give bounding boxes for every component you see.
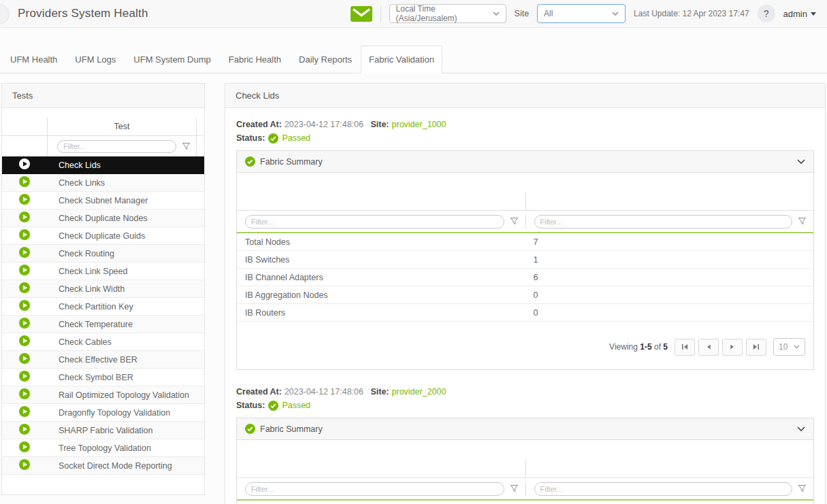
test-row-check-duplicate-guids[interactable]: Check Duplicate Guids xyxy=(2,227,204,245)
play-icon[interactable] xyxy=(19,318,30,331)
test-label: Tree Topology Validation xyxy=(47,443,151,453)
site-link[interactable]: provider_2000 xyxy=(392,387,447,397)
play-icon[interactable] xyxy=(19,335,30,348)
summary-filter-row xyxy=(237,478,813,499)
test-row-check-link-width[interactable]: Check Link Width xyxy=(2,280,204,298)
test-row-check-cables[interactable]: Check Cables xyxy=(2,333,204,351)
test-row-dragonfly-topology-validation[interactable]: Dragonfly Topology Validation xyxy=(2,404,204,422)
filter-funnel-icon[interactable] xyxy=(798,484,807,493)
summary-name-filter-input[interactable] xyxy=(245,215,504,229)
row-value: 0 xyxy=(525,308,538,318)
play-icon[interactable] xyxy=(19,194,30,207)
play-icon[interactable] xyxy=(19,158,30,171)
user-menu[interactable]: admin xyxy=(783,9,816,19)
test-label: Check Partition Key xyxy=(47,302,133,312)
play-icon[interactable] xyxy=(19,265,30,278)
summary-name-filter-input[interactable] xyxy=(245,482,504,496)
test-column-header[interactable]: Test xyxy=(47,118,197,135)
test-label: Check Link Speed xyxy=(47,267,127,276)
status-line: Status: Passed xyxy=(236,399,814,412)
chevron-down-icon[interactable] xyxy=(797,159,805,165)
summary-table-header xyxy=(237,173,813,211)
results-panel-title: Check Lids xyxy=(225,84,825,108)
play-icon[interactable] xyxy=(19,388,30,401)
site-link[interactable]: provider_1000 xyxy=(392,120,447,129)
summary-filter-row xyxy=(237,211,813,232)
tests-filter-row xyxy=(2,136,204,156)
tab-ufm-health[interactable]: UFM Health xyxy=(1,46,66,73)
test-label: Check Subnet Manager xyxy=(47,196,148,205)
tests-filter-input[interactable] xyxy=(57,140,176,153)
tab-ufm-logs[interactable]: UFM Logs xyxy=(66,46,125,73)
test-label: Socket Direct Mode Reporting xyxy=(47,461,172,471)
fabric-summary-accordion: Fabric Summary xyxy=(236,150,814,370)
fabric-summary-accordion-header[interactable]: Fabric Summary xyxy=(237,418,813,440)
envelope-icon[interactable] xyxy=(351,6,372,22)
summary-value-filter-input[interactable] xyxy=(534,482,793,496)
status-value: Passed xyxy=(282,131,310,145)
test-label: Check Cables xyxy=(47,337,112,347)
tabbar: UFM Health UFM Logs UFM System Dump Fabr… xyxy=(0,28,827,73)
play-icon[interactable] xyxy=(19,371,30,384)
test-row-sharp-fabric-validation[interactable]: SHARP Fabric Validation xyxy=(2,422,204,439)
test-row-socket-direct-mode-reporting[interactable]: Socket Direct Mode Reporting xyxy=(2,457,204,475)
tab-daily-reports[interactable]: Daily Reports xyxy=(290,46,361,73)
created-at-label: Created At: xyxy=(236,120,282,129)
play-icon[interactable] xyxy=(19,229,30,242)
filter-funnel-icon[interactable] xyxy=(798,217,807,226)
tab-fabric-validation[interactable]: Fabric Validation xyxy=(361,46,442,73)
test-row-check-link-speed[interactable]: Check Link Speed xyxy=(2,263,204,280)
site-select[interactable]: All xyxy=(537,4,626,23)
play-icon[interactable] xyxy=(19,424,30,437)
prev-page-button[interactable] xyxy=(698,339,719,356)
created-at-label: Created At: xyxy=(236,387,282,397)
tab-ufm-system-dump[interactable]: UFM System Dump xyxy=(125,46,219,73)
test-row-check-routing[interactable]: Check Routing xyxy=(2,245,204,263)
play-icon[interactable] xyxy=(19,353,30,366)
test-label: Check Duplicate Guids xyxy=(47,231,145,241)
help-button[interactable]: ? xyxy=(758,5,775,22)
status-value: Passed xyxy=(282,399,310,412)
play-icon[interactable] xyxy=(19,282,30,295)
test-label: Dragonfly Topology Validation xyxy=(47,408,170,418)
test-row-check-links[interactable]: Check Links xyxy=(2,174,204,192)
last-page-button[interactable] xyxy=(746,339,766,356)
test-row-check-duplicate-nodes[interactable]: Check Duplicate Nodes xyxy=(2,209,204,227)
divider xyxy=(380,5,381,22)
tab-fabric-health[interactable]: Fabric Health xyxy=(220,46,290,73)
play-icon[interactable] xyxy=(19,459,30,472)
play-icon[interactable] xyxy=(19,247,30,260)
table-row: IB Switches 1 xyxy=(237,251,813,269)
test-row-check-effective-ber[interactable]: Check Effective BER xyxy=(2,351,204,369)
summary-table-rows: Total Nodes 7 IB Switches 1 IB Channel A… xyxy=(237,232,813,322)
summary-value-filter-input[interactable] xyxy=(534,215,793,229)
test-row-check-subnet-manager[interactable]: Check Subnet Manager xyxy=(2,192,204,209)
test-row-check-partition-key[interactable]: Check Partition Key xyxy=(2,298,204,316)
test-row-rail-optimized-topology-validation[interactable]: Rail Optimized Topology Validation xyxy=(2,386,204,404)
filter-funnel-icon[interactable] xyxy=(510,217,519,226)
play-icon[interactable] xyxy=(19,176,30,189)
play-icon[interactable] xyxy=(19,212,30,224)
tests-panel: Tests Test Check Lids Check Links xyxy=(1,83,205,495)
page-size-select[interactable]: 10 xyxy=(773,338,805,356)
play-icon[interactable] xyxy=(19,300,30,313)
table-row: IB Aggregation Nodes 0 xyxy=(237,286,813,304)
play-icon[interactable] xyxy=(19,406,30,419)
filter-funnel-icon[interactable] xyxy=(510,484,519,493)
filter-funnel-icon[interactable] xyxy=(182,142,191,151)
test-row-tree-topology-validation[interactable]: Tree Topology Validation xyxy=(2,439,204,457)
test-row-check-symbol-ber[interactable]: Check Symbol BER xyxy=(2,369,204,386)
play-icon[interactable] xyxy=(19,441,30,454)
site-label: Site xyxy=(515,9,530,18)
first-page-button[interactable] xyxy=(675,339,695,356)
test-row-check-temperature[interactable]: Check Temperature xyxy=(2,316,204,333)
next-page-button[interactable] xyxy=(722,339,743,356)
chevron-down-icon[interactable] xyxy=(797,426,805,432)
timezone-select[interactable]: Local Time (Asia/Jerusalem) xyxy=(389,4,506,23)
result-section-provider-2000: Created At:2023-04-12 17:48:06 Site:prov… xyxy=(236,385,814,504)
nav-toggle-button[interactable] xyxy=(0,4,10,24)
results-panel: Check Lids Created At:2023-04-12 17:48:0… xyxy=(225,83,826,504)
test-row-check-lids[interactable]: Check Lids xyxy=(2,156,204,174)
fabric-summary-accordion-header[interactable]: Fabric Summary xyxy=(237,151,813,173)
topbar: Providers System Health Local Time (Asia… xyxy=(0,0,827,28)
